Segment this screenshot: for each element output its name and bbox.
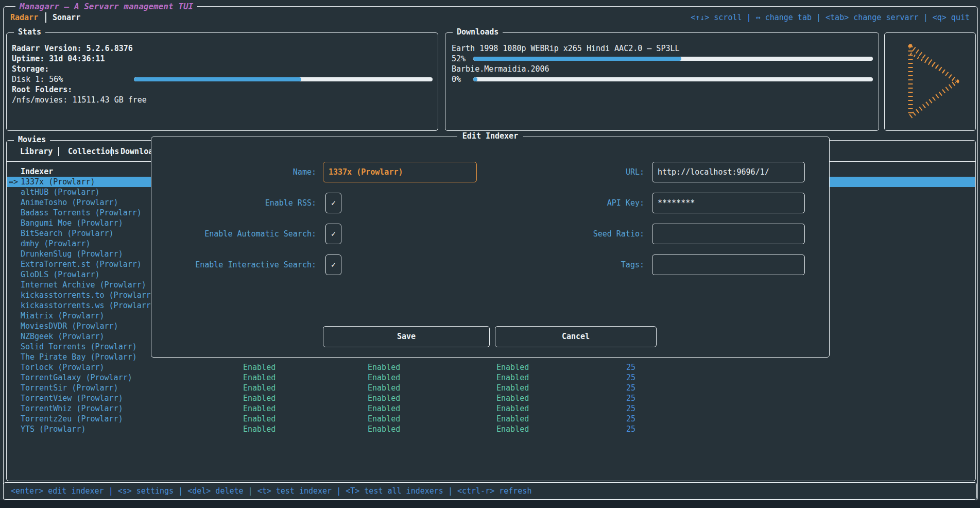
indexer-name: TorrentSir (Prowlarr)	[21, 383, 118, 393]
play-logo-icon	[885, 33, 975, 130]
cancel-button[interactable]: Cancel	[495, 326, 657, 347]
enable-rss-checkbox[interactable]: ✓	[325, 193, 341, 213]
indexer-name: The Pirate Bay (Prowlarr)	[21, 352, 137, 362]
url-input[interactable]: http://localhost:9696/1/	[652, 162, 805, 182]
indexer-cell: Enabled	[496, 393, 529, 403]
indexer-cell: Enabled	[243, 372, 276, 383]
stats-rootfolder-value: /nfs/movies: 11511.43 GB free	[12, 95, 147, 105]
movies-title: Movies	[14, 135, 50, 144]
movies-tab-library[interactable]: Library	[20, 146, 53, 157]
stats-version: Radarr Version: 5.2.6.8376	[12, 43, 133, 54]
indexer-row[interactable]: TorrentWhiz (Prowlarr)EnabledEnabledEnab…	[7, 403, 975, 414]
tab-separator	[111, 147, 112, 156]
url-label: URL:	[460, 162, 644, 182]
indexer-cell: Enabled	[496, 372, 529, 383]
download-progressbar	[473, 77, 873, 81]
tab-sonarr[interactable]: Sonarr	[53, 12, 80, 23]
indexer-name: Badass Torrents (Prowlarr)	[21, 208, 142, 218]
indexer-cell: Enabled	[496, 414, 529, 424]
enable-automatic-search-label: Enable Automatic Search:	[151, 224, 316, 244]
enable-rss-label: Enable RSS:	[151, 193, 316, 213]
indexer-cell: Enabled	[243, 414, 276, 424]
edit-indexer-modal: Edit Indexer Name: 1337x (Prowlarr) URL:…	[151, 137, 830, 358]
downloads-panel: Downloads Earth 1998 1080p WEBRip x265 H…	[445, 32, 879, 131]
tags-label: Tags:	[460, 255, 644, 275]
indexer-name: DrunkenSlug (Prowlarr)	[21, 249, 123, 259]
name-label: Name:	[151, 162, 316, 182]
indexer-name: TorrentView (Prowlarr)	[21, 393, 123, 403]
indexer-cell: Enabled	[243, 362, 276, 372]
indexer-cell: Enabled	[368, 362, 400, 372]
seed-ratio-label: Seed Ratio:	[460, 224, 644, 244]
bottom-bar: <enter> edit indexer | <s> settings | <d…	[3, 482, 977, 500]
bottom-keybind-hints: <enter> edit indexer | <s> settings | <d…	[11, 483, 531, 499]
tab-separator	[45, 12, 46, 23]
indexer-row[interactable]: TorrentView (Prowlarr)EnabledEnabledEnab…	[7, 393, 975, 403]
indexer-name: BitSearch (Prowlarr)	[21, 228, 114, 239]
enable-interactive-search-label: Enable Interactive Search:	[151, 255, 316, 275]
enable-automatic-search-checkbox[interactable]: ✓	[325, 224, 341, 244]
indexer-name: Solid Torrents (Prowlarr)	[21, 342, 137, 352]
indexer-cell: Enabled	[243, 424, 276, 434]
stats-rootfolders-label: Root Folders:	[12, 84, 72, 95]
indexer-cell: Enabled	[368, 403, 400, 414]
api-key-label: API Key:	[460, 193, 644, 213]
indexer-name: Torlock (Prowlarr)	[21, 362, 105, 372]
indexer-name: YTS (Prowlarr)	[21, 424, 85, 434]
indexer-name: Internet Archive (Prowlarr)	[21, 280, 146, 290]
indexer-cell: Enabled	[368, 424, 400, 434]
indexer-cell: 25	[594, 393, 635, 403]
tab-separator	[58, 147, 59, 156]
stats-title: Stats	[14, 27, 45, 37]
indexer-cell: 25	[594, 424, 635, 434]
indexer-name: Torrentz2eu (Prowlarr)	[21, 414, 123, 424]
indexer-cell: 25	[594, 362, 635, 372]
top-keybind-hints: <↑↓> scroll | ↔ change tab | <tab> chang…	[691, 12, 970, 23]
indexer-name: MoviesDVDR (Prowlarr)	[21, 321, 118, 331]
enable-interactive-search-checkbox[interactable]: ✓	[325, 255, 341, 275]
indexer-cell: Enabled	[496, 383, 529, 393]
indexer-row[interactable]: TorrentSir (Prowlarr)EnabledEnabledEnabl…	[7, 383, 975, 393]
stats-uptime: Uptime: 31d 04:36:11	[12, 54, 105, 64]
indexer-cell: 25	[594, 403, 635, 414]
indexer-cell: Enabled	[496, 403, 529, 414]
stats-panel: Stats Radarr Version: 5.2.6.8376 Uptime:…	[6, 32, 438, 131]
download-item-percent: 0%	[452, 74, 461, 84]
tags-input[interactable]	[652, 255, 805, 275]
indexer-cell: Enabled	[243, 403, 276, 414]
indexer-name: ExtraTorrent.st (Prowlarr)	[21, 259, 142, 269]
tab-radarr[interactable]: Radarr	[10, 12, 38, 23]
download-item-name: Barbie.Mermaidia.2006	[452, 64, 549, 74]
downloads-title: Downloads	[453, 27, 503, 37]
indexer-cell: 25	[594, 383, 635, 393]
indexer-cell: 25	[594, 372, 635, 383]
name-input[interactable]: 1337x (Prowlarr)	[323, 162, 477, 182]
disk-usage-progressbar	[134, 77, 433, 81]
indexer-name: altHUB (Prowlarr)	[21, 187, 100, 197]
modal-title: Edit Indexer	[457, 131, 523, 141]
indexer-name: kickasstorrents.to (Prowlarr)	[21, 290, 156, 300]
indexer-name: kickasstorrents.ws (Prowlarr)	[21, 300, 156, 311]
indexer-cell: Enabled	[496, 362, 529, 372]
indexer-column-header: Indexer	[21, 166, 53, 177]
selected-row-marker: =>	[9, 177, 18, 187]
indexer-name: NZBgeek (Prowlarr)	[21, 331, 105, 342]
indexer-cell: Enabled	[243, 393, 276, 403]
download-progressbar	[473, 57, 873, 61]
seed-ratio-input[interactable]	[652, 224, 805, 244]
indexer-row[interactable]: Torlock (Prowlarr)EnabledEnabledEnabled2…	[7, 362, 975, 372]
download-item-name: Earth 1998 1080p WEBRip x265 Hindi AAC2.…	[452, 43, 680, 54]
stats-disk-label: Disk 1: 56%	[12, 74, 63, 84]
indexer-name: GloDLS (Prowlarr)	[21, 269, 100, 280]
app-title: Managarr – A Servarr management TUI	[15, 2, 197, 11]
indexer-row[interactable]: TorrentGalaxy (Prowlarr)EnabledEnabledEn…	[7, 372, 975, 383]
api-key-input[interactable]: ********	[652, 193, 805, 213]
indexer-cell: Enabled	[368, 414, 400, 424]
indexer-name: Bangumi Moe (Prowlarr)	[21, 218, 123, 228]
indexer-name: TorrentGalaxy (Prowlarr)	[21, 372, 132, 383]
indexer-name: TorrentWhiz (Prowlarr)	[21, 403, 123, 414]
save-button[interactable]: Save	[323, 326, 490, 347]
indexer-row[interactable]: Torrentz2eu (Prowlarr)EnabledEnabledEnab…	[7, 414, 975, 424]
indexer-cell: Enabled	[243, 383, 276, 393]
indexer-row[interactable]: YTS (Prowlarr)EnabledEnabledEnabled25	[7, 424, 975, 434]
